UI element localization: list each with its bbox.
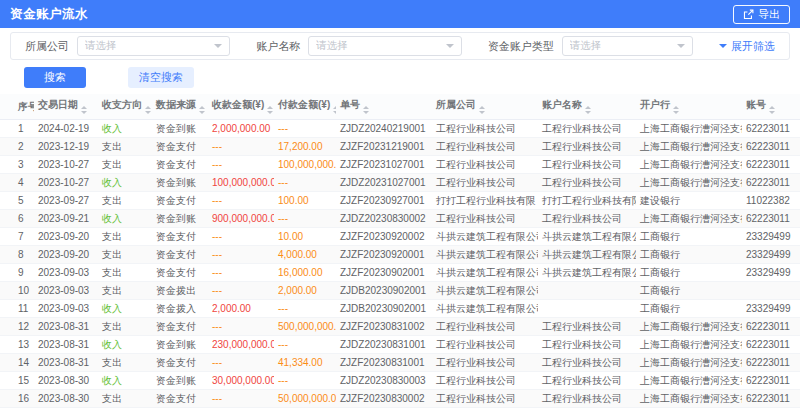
account-name-select[interactable]: 请选择 — [308, 36, 461, 56]
cell-bank: 上海工商银行漕河泾支行 — [636, 317, 742, 335]
cell-receive: --- — [208, 227, 274, 245]
cell-direction: 支出 — [98, 389, 152, 407]
cell-date: 2024-02-19 — [34, 119, 98, 137]
column-header-number[interactable]: 账号 — [742, 94, 800, 119]
cell-company: 工程行业科技公司 — [432, 137, 538, 155]
cell-pay: 500,000,000.00 — [274, 317, 336, 335]
table-row[interactable]: 142023-08-31支出资金支付---41,334.00ZJZF202308… — [0, 353, 800, 371]
cell-receive: --- — [208, 155, 274, 173]
cell-source: 资金支付 — [152, 191, 208, 209]
sort-caret-icon[interactable] — [673, 106, 679, 114]
column-header-receive[interactable]: 收款金额(¥) — [208, 94, 274, 119]
column-header-source[interactable]: 数据来源 — [152, 94, 208, 119]
cell-receive: --- — [208, 263, 274, 281]
cell-source: 资金支付 — [152, 245, 208, 263]
cell-account: 工程行业科技公司 — [538, 209, 636, 227]
page-title: 资金账户流水 — [10, 6, 88, 23]
table-row[interactable]: 102023-09-03支出资金拨出---2,000.00ZJDB2023090… — [0, 281, 800, 299]
sort-caret-icon[interactable] — [145, 106, 151, 114]
cell-source: 资金到账 — [152, 335, 208, 353]
cell-company: 工程行业科技公司 — [432, 335, 538, 353]
company-select[interactable]: 请选择 — [77, 36, 230, 56]
cell-receive: 2,000.00 — [208, 299, 274, 317]
cell-number: 23329499 — [742, 227, 800, 245]
column-header-direction[interactable]: 收支方向 — [98, 94, 152, 119]
column-header-order[interactable]: 单号 — [336, 94, 432, 119]
cell-source: 资金支付 — [152, 353, 208, 371]
cell-bank: 上海工商银行漕河泾支行 — [636, 335, 742, 353]
cell-source: 资金到账 — [152, 209, 208, 227]
table-row[interactable]: 82023-09-20支出资金支付---4,000.00ZJZF20230920… — [0, 245, 800, 263]
chevron-down-icon — [214, 44, 222, 48]
cell-date: 2023-10-27 — [34, 173, 98, 191]
column-header-account[interactable]: 账户名称 — [538, 94, 636, 119]
account-name-select-placeholder: 请选择 — [316, 39, 348, 53]
table-row[interactable]: 122023-08-31支出资金支付---500,000,000.00ZJZF2… — [0, 317, 800, 335]
cell-company: 工程行业科技公司 — [432, 389, 538, 407]
cell-date: 2023-09-21 — [34, 209, 98, 227]
clear-search-button[interactable]: 清空搜索 — [128, 67, 194, 88]
column-header-company[interactable]: 所属公司 — [432, 94, 538, 119]
cell-bank: 上海工商银行漕河泾支行 — [636, 209, 742, 227]
expand-filters-link[interactable]: 展开筛选 — [719, 39, 775, 54]
cell-bank: 工商银行 — [636, 245, 742, 263]
sort-caret-icon[interactable] — [199, 106, 205, 114]
cell-company: 斗拱云建筑工程有限公司 — [432, 281, 538, 299]
column-header-bank[interactable]: 开户行 — [636, 94, 742, 119]
cell-no: 13 — [0, 335, 34, 353]
column-header-date[interactable]: 交易日期 — [34, 94, 98, 119]
cell-source: 资金拨出 — [152, 281, 208, 299]
table-row[interactable]: 22023-12-19支出资金支付---17,200.00ZJZF2023121… — [0, 137, 800, 155]
table-row[interactable]: 42023-10-27收入资金到账100,000,000.00---ZJDZ20… — [0, 173, 800, 191]
table-row[interactable]: 132023-08-31收入资金到账230,000,000.00---ZJDZ2… — [0, 335, 800, 353]
cell-no: 3 — [0, 155, 34, 173]
cell-date: 2023-09-20 — [34, 227, 98, 245]
sort-caret-icon[interactable] — [333, 106, 336, 114]
sort-caret-icon[interactable] — [267, 106, 273, 114]
cell-order: ZJDB20230902001 — [336, 281, 432, 299]
cell-account: 斗拱云建筑工程有限公司 — [538, 245, 636, 263]
sort-caret-icon[interactable] — [585, 106, 591, 114]
cell-date: 2023-10-27 — [34, 155, 98, 173]
cell-date: 2023-08-30 — [34, 371, 98, 389]
cell-pay: 10.00 — [274, 227, 336, 245]
sort-caret-icon[interactable] — [363, 106, 369, 114]
table-row[interactable]: 32023-10-27支出资金支付---100,000,000.00ZJZF20… — [0, 155, 800, 173]
table-row[interactable]: 62023-09-21收入资金到账900,000,000.00---ZJDZ20… — [0, 209, 800, 227]
cell-direction: 收入 — [98, 335, 152, 353]
cell-pay: 50,000,000.00 — [274, 389, 336, 407]
cell-date: 2023-09-03 — [34, 299, 98, 317]
table-row[interactable]: 52023-09-27支出资金支付---100.00ZJZF2023092700… — [0, 191, 800, 209]
table-row[interactable]: 92023-09-03支出资金支付---16,000.00ZJZF2023090… — [0, 263, 800, 281]
table-row[interactable]: 112023-09-03收入资金拨入2,000.00---ZJDB2023090… — [0, 299, 800, 317]
cell-order: ZJDZ20230830003 — [336, 371, 432, 389]
sort-caret-icon[interactable] — [81, 106, 87, 114]
cell-receive: --- — [208, 353, 274, 371]
cell-order: ZJZF20230920001 — [336, 245, 432, 263]
sort-caret-icon[interactable] — [769, 106, 775, 114]
search-button[interactable]: 搜索 — [24, 67, 86, 88]
sort-caret-icon[interactable] — [479, 106, 485, 114]
cell-number: 62223011 — [742, 317, 800, 335]
table-row[interactable]: 152023-08-30收入资金到账30,000,000.00---ZJDZ20… — [0, 371, 800, 389]
filter-account-name: 账户名称 请选择 — [256, 36, 461, 56]
account-type-select[interactable]: 请选择 — [562, 36, 693, 56]
cell-source: 资金到账 — [152, 119, 208, 137]
table-row[interactable]: 72023-09-20支出资金支付---10.00ZJZF20230920002… — [0, 227, 800, 245]
cell-source: 资金到账 — [152, 371, 208, 389]
cell-no: 9 — [0, 263, 34, 281]
cell-receive: --- — [208, 281, 274, 299]
cell-pay: 17,200.00 — [274, 137, 336, 155]
account-flow-table: 序号交易日期收支方向数据来源收款金额(¥)付款金额(¥)单号所属公司账户名称开户… — [0, 94, 800, 409]
cell-account: 工程行业科技公司 — [538, 155, 636, 173]
filter-actions: 搜索 清空搜索 — [24, 67, 786, 88]
table-row[interactable]: 162023-08-30支出资金支付---50,000,000.00ZJZF20… — [0, 389, 800, 407]
cell-bank: 工商银行 — [636, 227, 742, 245]
column-header-pay[interactable]: 付款金额(¥) — [274, 94, 336, 119]
export-button[interactable]: 导出 — [733, 5, 790, 24]
table-row[interactable]: 12024-02-19收入资金到账2,000,000.00---ZJDZ2024… — [0, 119, 800, 137]
cell-number: 62223011 — [742, 137, 800, 155]
cell-no: 11 — [0, 299, 34, 317]
cell-direction: 支出 — [98, 353, 152, 371]
cell-no: 15 — [0, 371, 34, 389]
